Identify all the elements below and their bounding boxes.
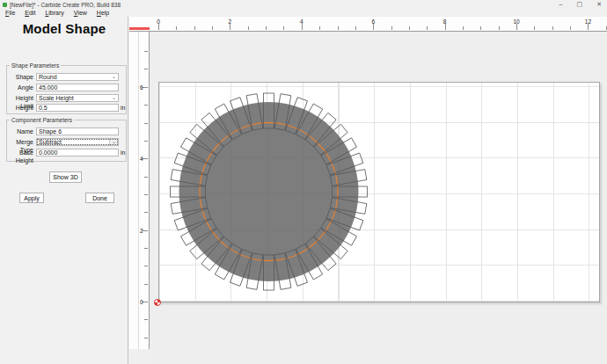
model-shape-panel: Model Shape Shape Parameters Shape Round… (0, 17, 128, 364)
window-title: [NewFile]* - Carbide Create PRO, Build 8… (10, 2, 121, 8)
height-label: Height (7, 104, 33, 112)
done-button[interactable]: Done (85, 193, 114, 203)
chevron-down-icon: ⌄ (112, 95, 118, 101)
base-height-label: Base Height (7, 149, 33, 157)
height-limit-label: Height Limit (7, 94, 33, 102)
ruler-tick (144, 338, 148, 339)
ruler-tick (552, 26, 553, 30)
base-height-input-value: 0.0000 (39, 149, 57, 156)
maximize-button[interactable]: ▢ (577, 0, 583, 9)
gear-drawing[interactable] (150, 32, 607, 364)
ruler-tick (144, 212, 148, 213)
ruler-label: 0 (140, 299, 143, 305)
ruler-tick (248, 26, 249, 30)
menu-view[interactable]: View (74, 10, 87, 16)
title-bar: [NewFile]* - Carbide Create PRO, Build 8… (0, 0, 607, 9)
ruler-tick (158, 24, 159, 30)
height-limit-select[interactable]: Scale Height ⌄ (36, 94, 119, 102)
ruler-tick (499, 26, 500, 30)
component-parameters-legend: Component Parameters (10, 117, 74, 123)
ruler-tick (144, 177, 148, 178)
ruler-tick (144, 123, 148, 124)
ruler-tick (144, 319, 148, 320)
ruler-label: 8 (443, 18, 447, 25)
ruler-label: 4 (300, 18, 304, 25)
angle-input[interactable]: 45.000 (36, 84, 119, 91)
menu-file[interactable]: File (5, 10, 15, 16)
shape-select[interactable]: Round ⌄ (36, 73, 119, 81)
ruler-tick (144, 51, 148, 52)
menu-bar: File Edit Library View Help (0, 9, 607, 17)
ruler-tick (144, 248, 148, 249)
height-limit-select-value: Scale Height (39, 95, 74, 101)
ruler-tick (534, 26, 535, 30)
merge-type-select[interactable]: Subtract ⌄ (36, 138, 119, 146)
ruler-tick (427, 26, 428, 30)
ruler-tick (144, 284, 148, 285)
shape-parameters-legend: Shape Parameters (10, 62, 61, 69)
ruler-tick (144, 105, 148, 106)
ruler-tick (516, 24, 517, 30)
ruler-tick (355, 26, 356, 30)
ruler-label: 2 (140, 227, 143, 233)
ruler-tick (194, 26, 195, 30)
chevron-down-icon: ⌄ (112, 74, 118, 80)
name-input[interactable]: Shape 6 (36, 127, 119, 135)
show-3d-button[interactable]: Show 3D (49, 171, 82, 183)
shape-label: Shape (7, 73, 33, 81)
ruler-label: 0 (157, 18, 160, 25)
ruler-position-indicator (129, 27, 150, 30)
ruler-tick (338, 26, 339, 30)
shape-parameters-group: Shape Parameters Shape Round ⌄ Angle 45.… (6, 65, 127, 114)
ruler-tick (176, 26, 177, 30)
ruler-tick (570, 26, 571, 30)
ruler-horizontal: 024681012 (129, 17, 607, 32)
ruler-tick (445, 24, 446, 30)
ruler-label: 10 (513, 18, 519, 25)
ruler-tick (144, 194, 148, 195)
chevron-down-icon: ⌄ (109, 139, 118, 145)
menu-help[interactable]: Help (97, 10, 109, 16)
minimize-button[interactable]: – (559, 0, 563, 9)
apply-button[interactable]: Apply (19, 193, 44, 203)
ruler-tick (144, 266, 148, 266)
ruler-label: 12 (585, 18, 591, 25)
panel-scroll-strip[interactable] (129, 17, 139, 349)
height-input[interactable]: 0.5 (36, 104, 119, 112)
ruler-tick (283, 26, 284, 30)
name-input-value: Shape 6 (39, 128, 62, 135)
ruler-tick (373, 24, 374, 30)
ruler-label: 2 (229, 18, 232, 25)
base-height-input[interactable]: 0.0000 (36, 149, 119, 157)
page-title: Model Shape (0, 21, 128, 36)
name-label: Name (7, 127, 33, 135)
component-parameters-group: Component Parameters Name Shape 6 Merge … (6, 120, 127, 162)
angle-input-value: 45.000 (39, 84, 57, 91)
height-input-value: 0.5 (39, 105, 48, 111)
merge-type-select-value: Subtract (39, 139, 62, 145)
merge-type-label: Merge Type (7, 138, 33, 146)
angle-label: Angle (7, 84, 33, 91)
ruler-tick (409, 26, 410, 30)
shape-select-value: Round (39, 74, 57, 80)
ruler-tick (266, 26, 267, 30)
ruler-label: 4 (140, 156, 143, 162)
ruler-tick (144, 69, 148, 69)
ruler-vertical: 0246 (139, 32, 150, 349)
ruler-tick (588, 24, 589, 30)
menu-library[interactable]: Library (45, 10, 63, 16)
app-logo-icon (3, 3, 7, 7)
model-shape-circle[interactable] (179, 102, 359, 281)
design-canvas[interactable] (150, 32, 607, 364)
ruler-tick (391, 26, 392, 30)
ruler-tick (144, 141, 148, 142)
ruler-label: 6 (371, 18, 375, 25)
origin-marker-icon (154, 299, 161, 306)
ruler-tick (319, 26, 320, 30)
ruler-tick (463, 26, 464, 30)
height-unit-label: in (121, 104, 125, 112)
ruler-tick (230, 24, 230, 30)
menu-edit[interactable]: Edit (25, 10, 35, 16)
close-button[interactable]: ✕ (596, 0, 602, 9)
ruler-tick (302, 24, 303, 30)
